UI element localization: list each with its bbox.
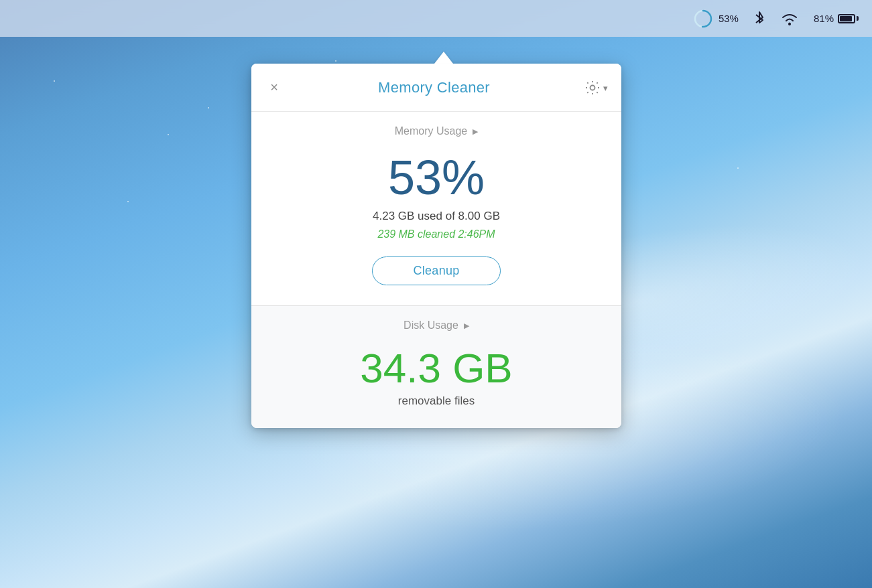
close-button[interactable]: × <box>265 78 284 97</box>
memory-section-header[interactable]: Memory Usage ▶ <box>271 125 601 137</box>
memory-percent-display: 53% <box>271 153 601 202</box>
memory-used-display: 4.23 GB used of 8.00 GB <box>271 210 601 223</box>
battery-icon <box>838 14 859 23</box>
gear-icon <box>584 80 601 96</box>
menubar-memory-percent: 53% <box>719 13 739 24</box>
disk-section-header[interactable]: Disk Usage ▶ <box>271 319 601 332</box>
bluetooth-indicator[interactable] <box>753 11 765 27</box>
panel-header: × Memory Cleaner ▾ <box>251 64 621 112</box>
memory-cleaned-display: 239 MB cleaned 2:46PM <box>271 228 601 240</box>
star <box>208 107 209 108</box>
disk-section: Disk Usage ▶ 34.3 GB removable files <box>251 306 621 428</box>
menu-bar: 53% 81% <box>0 0 872 37</box>
disk-section-label: Disk Usage <box>403 319 458 332</box>
disk-expand-arrow: ▶ <box>464 321 469 330</box>
star <box>168 134 169 135</box>
cleanup-button[interactable]: Cleanup <box>372 256 500 285</box>
disk-label-display: removable files <box>271 394 601 408</box>
star <box>54 80 55 82</box>
wifi-icon <box>780 11 799 26</box>
memory-section: Memory Usage ▶ 53% 4.23 GB used of 8.00 … <box>251 112 621 306</box>
popup-arrow <box>434 52 453 64</box>
svg-point-3 <box>590 85 595 90</box>
settings-button[interactable]: ▾ <box>584 80 608 96</box>
settings-chevron: ▾ <box>603 83 608 93</box>
battery-percent-label: 81% <box>814 13 834 24</box>
wifi-indicator[interactable] <box>780 11 799 26</box>
memory-expand-arrow: ▶ <box>473 127 478 136</box>
svg-point-2 <box>788 23 791 25</box>
star <box>335 60 336 62</box>
panel-title: Memory Cleaner <box>378 79 490 96</box>
battery-indicator: 81% <box>814 13 859 24</box>
popup-panel: × Memory Cleaner ▾ Memory Usage ▶ 53% 4.… <box>251 64 621 428</box>
memory-indicator[interactable]: 53% <box>693 9 739 29</box>
memory-circle-icon <box>693 9 713 29</box>
bluetooth-icon <box>753 11 765 27</box>
star <box>127 201 129 202</box>
disk-free-display: 34.3 GB <box>271 348 601 389</box>
memory-section-label: Memory Usage <box>395 125 467 137</box>
star <box>737 167 739 169</box>
